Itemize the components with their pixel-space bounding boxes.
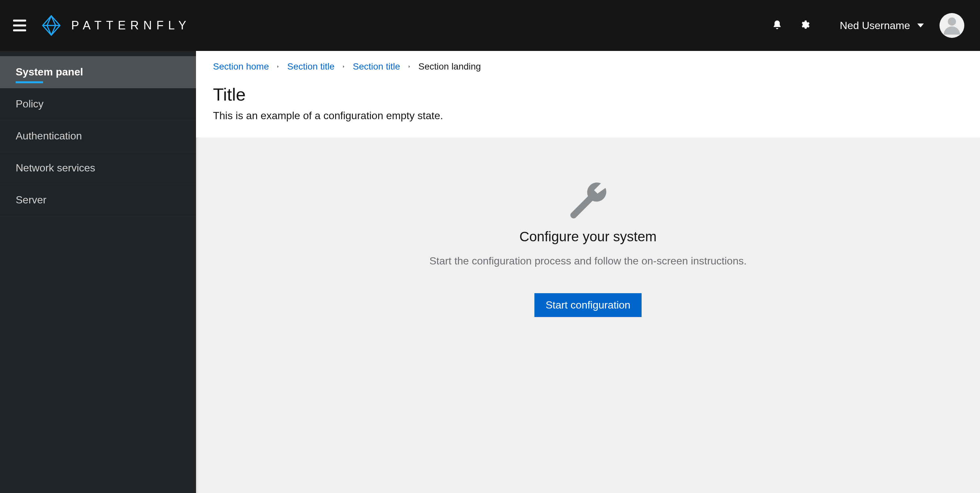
sidebar-item-label: Authentication bbox=[16, 130, 82, 142]
brand[interactable]: PATTERNFLY bbox=[40, 15, 191, 36]
sidebar-item-server[interactable]: Server bbox=[0, 184, 196, 216]
page-header: Section home Section title Section title… bbox=[196, 51, 980, 138]
avatar[interactable] bbox=[940, 13, 964, 38]
avatar-icon bbox=[942, 15, 962, 36]
sidebar-item-label: Policy bbox=[16, 98, 43, 110]
sidebar-item-system-panel[interactable]: System panel bbox=[0, 56, 196, 88]
sidebar-item-policy[interactable]: Policy bbox=[0, 88, 196, 120]
nav-toggle-button[interactable] bbox=[12, 17, 27, 33]
sidebar-item-label: Server bbox=[16, 194, 46, 206]
breadcrumb-link[interactable]: Section title bbox=[353, 61, 400, 72]
sidebar-item-label: Network services bbox=[16, 162, 95, 174]
empty-state-title: Configure your system bbox=[429, 229, 746, 244]
caret-down-icon bbox=[917, 24, 924, 27]
breadcrumb-link[interactable]: Section home bbox=[213, 61, 269, 72]
notifications-button[interactable] bbox=[765, 14, 789, 37]
sidebar-item-authentication[interactable]: Authentication bbox=[0, 120, 196, 152]
page-body: System panel Policy Authentication Netwo… bbox=[0, 51, 980, 493]
user-menu-toggle[interactable]: Ned Username bbox=[840, 20, 924, 32]
sidebar-nav: System panel Policy Authentication Netwo… bbox=[0, 51, 196, 493]
empty-state-body: Start the configuration process and foll… bbox=[429, 255, 746, 267]
breadcrumb-current: Section landing bbox=[418, 61, 481, 72]
chevron-right-icon bbox=[341, 64, 346, 69]
gear-icon bbox=[799, 20, 810, 31]
start-configuration-button[interactable]: Start configuration bbox=[535, 293, 641, 317]
page-title: Title bbox=[213, 84, 963, 105]
content-area: Configure your system Start the configur… bbox=[196, 138, 980, 493]
empty-state: Configure your system Start the configur… bbox=[429, 179, 746, 317]
bell-icon bbox=[772, 20, 783, 31]
breadcrumb: Section home Section title Section title… bbox=[213, 61, 963, 72]
sidebar-item-network-services[interactable]: Network services bbox=[0, 152, 196, 184]
wrench-icon bbox=[429, 179, 746, 220]
breadcrumb-link[interactable]: Section title bbox=[287, 61, 334, 72]
brand-logo-icon bbox=[40, 15, 62, 36]
main-content: Section home Section title Section title… bbox=[196, 51, 980, 493]
chevron-right-icon bbox=[407, 64, 412, 69]
settings-button[interactable] bbox=[793, 14, 816, 37]
masthead: PATTERNFLY Ned Username bbox=[0, 0, 980, 51]
sidebar-item-label: System panel bbox=[16, 66, 83, 78]
page-description: This is an example of a configuration em… bbox=[213, 110, 963, 122]
svg-point-2 bbox=[948, 17, 956, 26]
chevron-right-icon bbox=[275, 64, 281, 69]
brand-wordmark: PATTERNFLY bbox=[71, 19, 191, 32]
user-name-label: Ned Username bbox=[840, 20, 910, 32]
